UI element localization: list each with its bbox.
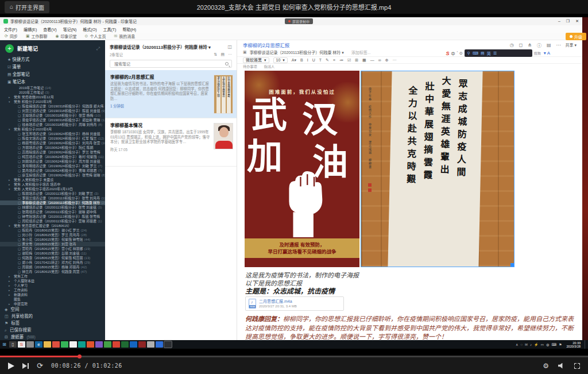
sidebar-item[interactable]: ▸ 个人理财本益 bbox=[0, 279, 105, 283]
format-button[interactable]: ≡ bbox=[333, 58, 335, 62]
taskbar-app-icon[interactable] bbox=[69, 341, 77, 348]
note-card[interactable]: 李柳柳的2月思想汇报 这是我为疫情写的书法，制作的电子海报 以下是我的思想汇报 … bbox=[105, 70, 237, 118]
attachment-name[interactable]: 二月思想汇报.m4a bbox=[259, 299, 297, 304]
tree-arrow-icon[interactable]: ▸ bbox=[9, 279, 11, 283]
ime-mode-toggle[interactable]: 中 bbox=[451, 51, 455, 56]
taskbar-app-icon[interactable]: ▯ bbox=[9, 341, 17, 348]
editor-notebook-selector[interactable]: 李柳柳谈话记录（20200113积极分子）何践康 林玲 ▾ bbox=[250, 49, 344, 55]
sidebar-item[interactable]: ▢ 钟兰丹（20180615党员）何践康 周慧 (47) bbox=[0, 269, 105, 274]
show-desktop-button[interactable] bbox=[585, 340, 586, 349]
sidebar-item[interactable]: ▢ 朱小花（20180615党员）何紫薇 钟雪瑶 (44) bbox=[0, 237, 105, 242]
editor-action-icon[interactable]: ⋔ bbox=[528, 43, 532, 48]
menu-item[interactable]: 工具(T) bbox=[103, 26, 116, 32]
tray-icon[interactable]: ◌ bbox=[520, 343, 523, 346]
minimize-button[interactable]: – bbox=[558, 19, 560, 24]
tray-icon[interactable]: ∧ bbox=[516, 342, 518, 346]
toolbar-item[interactable]: ◉ 印象识堂 bbox=[56, 33, 77, 39]
maximize-button[interactable]: ❐ bbox=[566, 19, 570, 24]
format-button[interactable]: B bbox=[300, 58, 303, 62]
menu-item[interactable]: 帮助(H) bbox=[122, 26, 136, 32]
taskbar-app-icon[interactable] bbox=[130, 341, 137, 348]
format-button[interactable]: ⊞ bbox=[355, 58, 358, 63]
sidebar-item[interactable]: 2020年工作笔记 (3) bbox=[0, 90, 105, 95]
taskbar-app-icon[interactable] bbox=[113, 341, 120, 348]
taskbar-app-icon[interactable] bbox=[52, 341, 60, 348]
sidebar-item[interactable]: ▢ 周晓培养记录（20200113积极分子）雷琳 邓丽君 (1) bbox=[0, 219, 105, 223]
ime-tool-icon[interactable]: ⚲ bbox=[467, 51, 470, 56]
sidebar-item[interactable]: ▢ 吴丹培养记录（20190624积极分子）曹琳 邓丽君 (7) bbox=[0, 168, 105, 173]
sidebar-item[interactable]: ▾ 党务 入党积极分子培养2020年1月13日 bbox=[0, 187, 105, 191]
taskbar-app-icon[interactable] bbox=[61, 341, 68, 348]
search-input[interactable] bbox=[113, 61, 225, 67]
fullscreen-icon[interactable] bbox=[574, 363, 580, 369]
sidebar-bottom-item[interactable]: ◫ 共享给我的 bbox=[0, 313, 105, 320]
format-button[interactable]: ∞ bbox=[378, 58, 381, 62]
taskbar-app-icon[interactable] bbox=[156, 341, 163, 348]
expand-icon[interactable]: ⤢ bbox=[96, 46, 100, 52]
editor-action-icon[interactable]: ⓘ bbox=[537, 42, 541, 48]
taskbar-app-icon[interactable]: ⊞ bbox=[1, 341, 8, 348]
sidebar-item[interactable]: ▾ 党务 党员思想汇报记录（20180615） bbox=[0, 223, 105, 228]
format-button[interactable]: ≔ bbox=[339, 58, 343, 63]
tree-arrow-icon[interactable]: ▾ bbox=[9, 187, 11, 191]
format-button[interactable]: ✎ bbox=[326, 58, 329, 63]
ime-tool-icon[interactable]: 简 bbox=[487, 51, 491, 56]
taskbar-app-icon[interactable] bbox=[44, 341, 51, 348]
sidebar-item[interactable]: ▢ 李丽兰培养记录（20200113积极分子）张雪 刘月丹 (1) bbox=[0, 196, 105, 201]
taskbar-app-icon[interactable] bbox=[147, 341, 154, 348]
menu-item[interactable]: 查看(V) bbox=[43, 26, 56, 32]
sidebar-item[interactable]: ▸ 中层竞聘 bbox=[0, 302, 105, 306]
format-button[interactable]: A▾ bbox=[292, 58, 296, 63]
more-options-icon[interactable]: ⋯ bbox=[228, 52, 232, 57]
sidebar-item[interactable]: ★ 快捷方式 bbox=[0, 56, 105, 63]
sidebar-item[interactable]: 2019年工作笔记 (14) bbox=[0, 86, 105, 90]
next-button[interactable] bbox=[22, 363, 29, 369]
sidebar-item[interactable]: ▤ 全部笔记 bbox=[0, 71, 105, 78]
calligraphy-photo-image[interactable]: 眾志成城防疫人間 大愛無涯英雄輩出 壯中華展翅摘雲霞 全力以赴共克時艱 庚子年春… bbox=[361, 71, 514, 267]
sogou-logo-icon[interactable]: S bbox=[446, 51, 449, 56]
tray-icon[interactable]: ✉ bbox=[525, 342, 528, 346]
tray-icon[interactable]: ⚡ bbox=[534, 342, 539, 346]
sidebar-item[interactable]: ▾ 党务 积极分子2020年6月 bbox=[0, 127, 105, 132]
format-button[interactable]: ⊕ bbox=[385, 58, 389, 63]
sidebar-item[interactable]: ▢ 刘丽培养记录（20190624积极分子）周方丽 刘金铭 bbox=[0, 159, 105, 164]
sidebar-item[interactable]: ▢ 陈晓丹（20180615党员）谢小红 罗兰 (24) bbox=[0, 228, 105, 233]
taskbar-app-icon[interactable] bbox=[87, 341, 94, 348]
sogou-ime-bar[interactable]: S 中 ʼ ⊙ ⚲⌨▤简☰ 搜狗 ▾ A bbox=[446, 49, 550, 57]
sidebar-bottom-item[interactable]: ⚑ 标签 bbox=[0, 320, 105, 327]
sidebar-item[interactable]: ▢ 李月明培养记录（20190624积极分子）刘敏 罗兰 (7) bbox=[0, 164, 105, 168]
tray-icon[interactable]: ⌨ bbox=[551, 342, 556, 346]
sidebar-item[interactable]: ▢ 廖玉婷培养记录（20190624积极分子）张雪梅 谢琳 (8) bbox=[0, 173, 105, 178]
taskbar-app-icon[interactable] bbox=[26, 341, 34, 348]
assignee-label[interactable]: 指派人 bbox=[264, 64, 275, 69]
tray-icon[interactable]: ♪ bbox=[530, 343, 532, 346]
taskbar-app-icon[interactable] bbox=[121, 341, 129, 348]
menu-item[interactable]: 笔记(N) bbox=[63, 26, 77, 32]
sidebar-item[interactable]: ▢ 陈俊文培养记录（20190624积极分子）红军 程兰 (12) bbox=[0, 136, 105, 141]
tree-arrow-icon[interactable]: ▸ bbox=[9, 274, 11, 279]
taskbar-app-icon[interactable] bbox=[104, 341, 111, 348]
sidebar-item[interactable]: ▸ 党务工作 bbox=[0, 274, 105, 279]
sidebar-item[interactable]: ▢ 王婷培养记录（20190318积极分子）张雷 杨梅 (10) bbox=[0, 113, 105, 118]
tree-arrow-icon[interactable]: ▸ bbox=[9, 182, 11, 187]
sidebar-bottom-item[interactable]: ⊟ 废纸篓 (588) bbox=[0, 334, 105, 340]
sidebar-item[interactable]: ▣ 笔记本 bbox=[0, 78, 105, 86]
sidebar-item[interactable]: ▢ 刘慧兰培养记录（20190318积极分子）陈铭 刘金铭 (9) bbox=[0, 109, 105, 113]
tree-arrow-icon[interactable]: ▾ bbox=[9, 99, 11, 104]
taskbar-app-icon[interactable] bbox=[95, 341, 103, 348]
search-box[interactable] bbox=[110, 60, 232, 68]
sidebar-item[interactable]: ▢ 高雨晴培养记录（20190624积极分子）罗兰 张雪梅 bbox=[0, 150, 105, 155]
taskbar-app-icon[interactable]: e bbox=[35, 341, 42, 348]
format-button[interactable]: T bbox=[319, 58, 322, 62]
editor-action-icon[interactable]: ▤ bbox=[547, 43, 551, 48]
format-button[interactable]: U bbox=[312, 58, 315, 62]
sort-icon[interactable]: ⇅ bbox=[214, 52, 218, 57]
taskbar-app-icon[interactable] bbox=[138, 341, 146, 348]
sidebar-item[interactable]: ▢ 何践康（20180615党员）何紫薇 柯蕊丽 (13) bbox=[0, 256, 105, 260]
wuhan-poster-image[interactable]: 困难面前，我们从没怕过 武 汉 加 油 bbox=[245, 71, 359, 267]
sidebar-item[interactable]: ▢ 周丽娟（20180615党员）杨琳 邓丽丹 (42) bbox=[0, 265, 105, 269]
menu-item[interactable]: 文件(F) bbox=[4, 26, 17, 32]
sidebar-item[interactable]: ▢ 张玉芳培养记录（20190624积极分子）杨林 刘金铭 bbox=[0, 132, 105, 136]
image-selection-handle[interactable] bbox=[510, 263, 514, 267]
format-button[interactable]: ▦ bbox=[362, 58, 366, 63]
